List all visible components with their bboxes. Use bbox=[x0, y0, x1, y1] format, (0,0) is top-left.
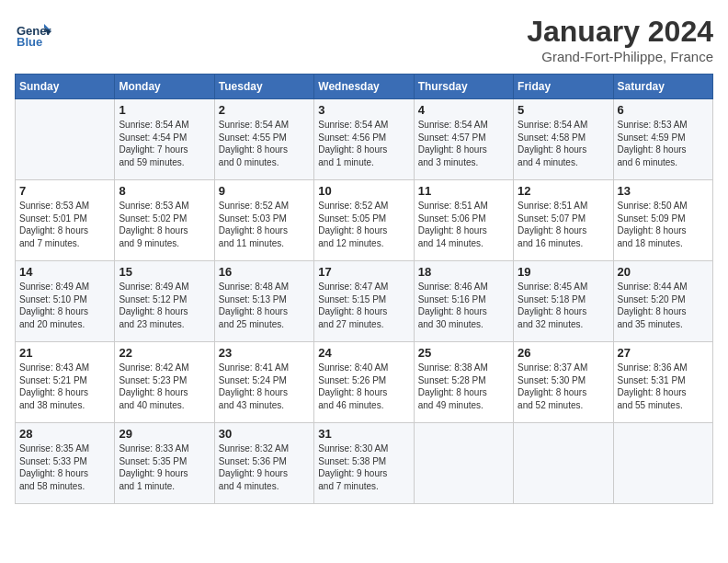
day-number: 10 bbox=[318, 184, 409, 198]
day-number: 31 bbox=[318, 427, 409, 441]
day-number: 18 bbox=[418, 265, 509, 279]
day-number: 6 bbox=[618, 103, 709, 117]
day-number: 24 bbox=[318, 346, 409, 360]
day-number: 2 bbox=[219, 103, 310, 117]
location: Grand-Fort-Philippe, France bbox=[527, 49, 713, 64]
day-info: Sunrise: 8:42 AM Sunset: 5:23 PM Dayligh… bbox=[119, 362, 210, 411]
day-of-week-header: Wednesday bbox=[314, 75, 414, 99]
day-number: 14 bbox=[19, 265, 110, 279]
day-of-week-header: Thursday bbox=[414, 75, 513, 99]
day-number: 3 bbox=[318, 103, 409, 117]
day-number: 16 bbox=[219, 265, 310, 279]
calendar-cell: 11Sunrise: 8:51 AM Sunset: 5:06 PM Dayli… bbox=[414, 180, 513, 261]
calendar-cell bbox=[414, 423, 513, 504]
day-number: 12 bbox=[518, 184, 609, 198]
day-number: 26 bbox=[518, 346, 609, 360]
calendar-week-row: 1Sunrise: 8:54 AM Sunset: 4:54 PM Daylig… bbox=[16, 99, 713, 180]
day-number: 5 bbox=[518, 103, 609, 117]
day-info: Sunrise: 8:33 AM Sunset: 5:35 PM Dayligh… bbox=[119, 442, 210, 492]
calendar-cell: 19Sunrise: 8:45 AM Sunset: 5:18 PM Dayli… bbox=[514, 261, 613, 342]
day-info: Sunrise: 8:43 AM Sunset: 5:21 PM Dayligh… bbox=[19, 362, 110, 411]
day-info: Sunrise: 8:47 AM Sunset: 5:15 PM Dayligh… bbox=[318, 281, 409, 330]
calendar-cell: 20Sunrise: 8:44 AM Sunset: 5:20 PM Dayli… bbox=[613, 261, 712, 342]
day-info: Sunrise: 8:46 AM Sunset: 5:16 PM Dayligh… bbox=[418, 281, 509, 330]
day-of-week-header: Monday bbox=[115, 75, 214, 99]
calendar-week-row: 21Sunrise: 8:43 AM Sunset: 5:21 PM Dayli… bbox=[16, 342, 713, 423]
day-number: 28 bbox=[19, 427, 110, 441]
calendar-cell: 5Sunrise: 8:54 AM Sunset: 4:58 PM Daylig… bbox=[514, 99, 613, 180]
day-info: Sunrise: 8:44 AM Sunset: 5:20 PM Dayligh… bbox=[618, 281, 709, 330]
day-number: 15 bbox=[119, 265, 210, 279]
day-number: 22 bbox=[119, 346, 210, 360]
logo: General Blue bbox=[15, 15, 55, 52]
svg-text:Blue: Blue bbox=[17, 35, 42, 49]
day-number: 20 bbox=[618, 265, 709, 279]
day-info: Sunrise: 8:51 AM Sunset: 5:06 PM Dayligh… bbox=[418, 200, 509, 249]
calendar-cell: 31Sunrise: 8:30 AM Sunset: 5:38 PM Dayli… bbox=[314, 423, 414, 504]
calendar-cell: 25Sunrise: 8:38 AM Sunset: 5:28 PM Dayli… bbox=[414, 342, 513, 423]
day-info: Sunrise: 8:54 AM Sunset: 4:54 PM Dayligh… bbox=[119, 119, 210, 168]
day-info: Sunrise: 8:54 AM Sunset: 4:55 PM Dayligh… bbox=[219, 119, 310, 168]
day-info: Sunrise: 8:45 AM Sunset: 5:18 PM Dayligh… bbox=[518, 281, 609, 330]
calendar-cell: 28Sunrise: 8:35 AM Sunset: 5:33 PM Dayli… bbox=[16, 423, 115, 504]
day-info: Sunrise: 8:54 AM Sunset: 4:56 PM Dayligh… bbox=[318, 119, 409, 168]
calendar-cell: 14Sunrise: 8:49 AM Sunset: 5:10 PM Dayli… bbox=[16, 261, 115, 342]
day-number: 11 bbox=[418, 184, 509, 198]
day-info: Sunrise: 8:36 AM Sunset: 5:31 PM Dayligh… bbox=[618, 362, 709, 411]
calendar-cell: 27Sunrise: 8:36 AM Sunset: 5:31 PM Dayli… bbox=[613, 342, 712, 423]
day-number: 23 bbox=[219, 346, 310, 360]
day-info: Sunrise: 8:38 AM Sunset: 5:28 PM Dayligh… bbox=[418, 362, 509, 411]
day-number: 29 bbox=[119, 427, 210, 441]
day-number: 7 bbox=[19, 184, 110, 198]
day-number: 9 bbox=[219, 184, 310, 198]
calendar-week-row: 7Sunrise: 8:53 AM Sunset: 5:01 PM Daylig… bbox=[16, 180, 713, 261]
day-info: Sunrise: 8:52 AM Sunset: 5:03 PM Dayligh… bbox=[219, 200, 310, 249]
day-info: Sunrise: 8:40 AM Sunset: 5:26 PM Dayligh… bbox=[318, 362, 409, 411]
calendar-cell bbox=[613, 423, 712, 504]
calendar-cell: 30Sunrise: 8:32 AM Sunset: 5:36 PM Dayli… bbox=[214, 423, 313, 504]
day-info: Sunrise: 8:53 AM Sunset: 5:01 PM Dayligh… bbox=[19, 200, 110, 249]
day-info: Sunrise: 8:35 AM Sunset: 5:33 PM Dayligh… bbox=[19, 442, 110, 492]
day-number: 1 bbox=[119, 103, 210, 117]
day-info: Sunrise: 8:48 AM Sunset: 5:13 PM Dayligh… bbox=[219, 281, 310, 330]
calendar-cell bbox=[16, 99, 115, 180]
day-number: 25 bbox=[418, 346, 509, 360]
day-number: 30 bbox=[219, 427, 310, 441]
calendar-cell: 22Sunrise: 8:42 AM Sunset: 5:23 PM Dayli… bbox=[115, 342, 214, 423]
day-number: 4 bbox=[418, 103, 509, 117]
day-info: Sunrise: 8:49 AM Sunset: 5:10 PM Dayligh… bbox=[19, 281, 110, 330]
calendar-cell: 2Sunrise: 8:54 AM Sunset: 4:55 PM Daylig… bbox=[214, 99, 313, 180]
calendar-cell: 9Sunrise: 8:52 AM Sunset: 5:03 PM Daylig… bbox=[214, 180, 313, 261]
calendar-cell: 7Sunrise: 8:53 AM Sunset: 5:01 PM Daylig… bbox=[16, 180, 115, 261]
calendar-cell: 26Sunrise: 8:37 AM Sunset: 5:30 PM Dayli… bbox=[514, 342, 613, 423]
calendar-cell: 23Sunrise: 8:41 AM Sunset: 5:24 PM Dayli… bbox=[214, 342, 313, 423]
calendar-cell: 4Sunrise: 8:54 AM Sunset: 4:57 PM Daylig… bbox=[414, 99, 513, 180]
month-title: January 2024 bbox=[527, 15, 713, 49]
calendar-cell: 29Sunrise: 8:33 AM Sunset: 5:35 PM Dayli… bbox=[115, 423, 214, 504]
day-info: Sunrise: 8:41 AM Sunset: 5:24 PM Dayligh… bbox=[219, 362, 310, 411]
calendar-cell: 13Sunrise: 8:50 AM Sunset: 5:09 PM Dayli… bbox=[613, 180, 712, 261]
day-info: Sunrise: 8:52 AM Sunset: 5:05 PM Dayligh… bbox=[318, 200, 409, 249]
calendar-cell: 15Sunrise: 8:49 AM Sunset: 5:12 PM Dayli… bbox=[115, 261, 214, 342]
calendar-cell: 24Sunrise: 8:40 AM Sunset: 5:26 PM Dayli… bbox=[314, 342, 414, 423]
day-info: Sunrise: 8:50 AM Sunset: 5:09 PM Dayligh… bbox=[618, 200, 709, 249]
day-info: Sunrise: 8:54 AM Sunset: 4:57 PM Dayligh… bbox=[418, 119, 509, 168]
day-of-week-header: Friday bbox=[514, 75, 613, 99]
page-header: General Blue January 2024 Grand-Fort-Phi… bbox=[15, 15, 713, 64]
calendar-cell: 6Sunrise: 8:53 AM Sunset: 4:59 PM Daylig… bbox=[613, 99, 712, 180]
day-info: Sunrise: 8:49 AM Sunset: 5:12 PM Dayligh… bbox=[119, 281, 210, 330]
calendar-cell: 10Sunrise: 8:52 AM Sunset: 5:05 PM Dayli… bbox=[314, 180, 414, 261]
day-number: 17 bbox=[318, 265, 409, 279]
logo-icon: General Blue bbox=[15, 15, 51, 52]
calendar-table: SundayMondayTuesdayWednesdayThursdayFrid… bbox=[15, 74, 713, 504]
day-of-week-header: Sunday bbox=[16, 75, 115, 99]
day-info: Sunrise: 8:32 AM Sunset: 5:36 PM Dayligh… bbox=[219, 442, 310, 492]
title-block: January 2024 Grand-Fort-Philippe, France bbox=[527, 15, 713, 64]
day-info: Sunrise: 8:53 AM Sunset: 5:02 PM Dayligh… bbox=[119, 200, 210, 249]
calendar-cell: 1Sunrise: 8:54 AM Sunset: 4:54 PM Daylig… bbox=[115, 99, 214, 180]
day-number: 27 bbox=[618, 346, 709, 360]
day-info: Sunrise: 8:51 AM Sunset: 5:07 PM Dayligh… bbox=[518, 200, 609, 249]
day-number: 21 bbox=[19, 346, 110, 360]
day-number: 13 bbox=[618, 184, 709, 198]
calendar-week-row: 14Sunrise: 8:49 AM Sunset: 5:10 PM Dayli… bbox=[16, 261, 713, 342]
